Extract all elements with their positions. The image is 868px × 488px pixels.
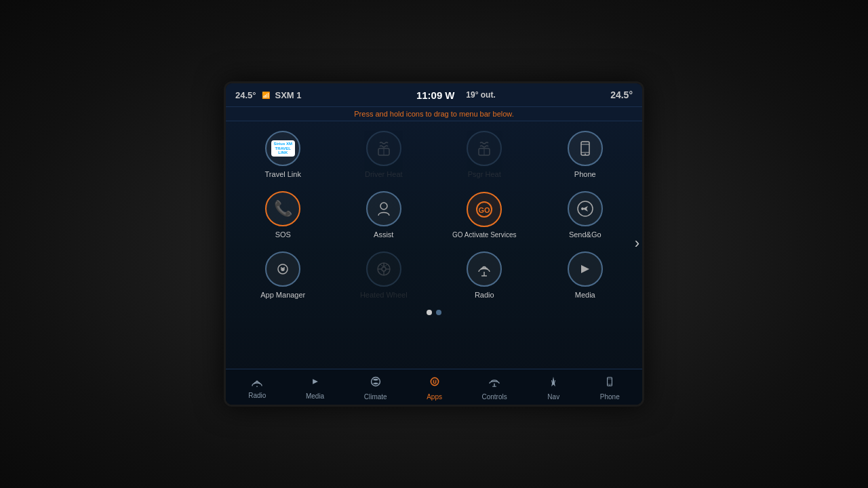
send-go-icon-circle [568,191,603,226]
svg-rect-4 [581,142,589,155]
app-manager-icon-circle: U [265,251,300,287]
assist-icon [374,199,393,218]
nav-radio-label: Radio [248,392,266,399]
svg-point-7 [585,154,586,155]
header-right: 24.5° [610,89,633,100]
controls-nav-icon [488,375,501,392]
phone-nav-icon [604,375,615,392]
go-activate-icon-circle: GO [467,192,502,227]
header-left: 24.5° 📶 SXM 1 [235,90,302,100]
sos-item[interactable]: 📞 SOS [242,187,323,243]
send-go-icon [576,199,595,218]
nav-nav[interactable]: W Nav [541,373,566,402]
radio-icon-circle [467,251,502,287]
grid-row-1: Sirius XM TRAVEL LINK Travel Link [233,127,635,183]
app-manager-icon: U [273,260,292,279]
nav-nav-label: Nav [547,393,559,401]
phone-icon [576,139,595,158]
instruction-bar: Press and hold icons to drag to menu bar… [226,107,642,121]
svg-point-8 [380,203,387,209]
sos-icon-circle: 📞 [265,191,300,226]
next-page-arrow[interactable]: › [635,235,639,252]
header-center: 11:09 W 19° out. [416,89,496,101]
svg-text:U: U [433,380,436,385]
outside-temp: 19° out. [466,90,495,100]
nav-controls[interactable]: Controls [476,373,512,402]
signal-icon: 📶 [262,92,270,99]
svg-point-17 [382,267,386,271]
travel-link-label: Travel Link [265,170,301,179]
app-manager-item[interactable]: U App Manager [242,247,323,304]
svg-point-12 [581,207,584,210]
page-dot-2 [436,310,441,315]
page-dots [233,308,635,317]
nav-climate[interactable]: Climate [359,373,393,402]
time-display: 11:09 [416,89,442,101]
time-suffix: W [445,89,454,101]
radio-station: SXM 1 [275,90,302,100]
nav-climate-label: Climate [364,393,387,401]
go-activate-icon: GO [475,200,494,219]
travel-link-icon: Sirius XM TRAVEL LINK [271,140,295,157]
nav-phone[interactable]: Phone [595,373,625,402]
phone-icon-circle [568,131,603,166]
app-manager-label: App Manager [260,291,305,300]
go-activate-item[interactable]: GO GO Activate Services [443,188,525,243]
nav-apps[interactable]: U Apps [421,373,448,402]
screen-container: 24.5° 📶 SXM 1 11:09 W 19° out. 24.5° Pre… [224,81,644,407]
bottom-nav: Radio Media [226,369,642,405]
psgr-heat-label: Psgr Heat [468,170,501,179]
temp-right: 24.5° [610,89,633,100]
heated-wheel-label: Heated Wheel [360,291,408,300]
phone-item[interactable]: Phone [545,127,626,183]
nav-controls-label: Controls [481,393,507,401]
heated-wheel-item[interactable]: Heated Wheel [343,247,425,304]
grid-row-3: U App Manager [233,247,635,304]
page-dot-1 [427,310,432,315]
nav-phone-label: Phone [600,393,620,401]
travel-link-icon-circle: Sirius XM TRAVEL LINK [265,131,300,166]
nav-radio[interactable]: Radio [243,375,271,401]
svg-rect-32 [608,378,612,386]
heated-wheel-icon-circle [366,251,401,287]
psgr-heat-icon [475,139,494,158]
svg-text:U: U [281,266,285,272]
assist-icon-circle [366,191,401,226]
sos-label: SOS [275,230,291,239]
grid-row-2: 📞 SOS Assist [233,187,635,243]
psgr-heat-item[interactable]: Psgr Heat [443,127,525,183]
radio-nav-icon [250,376,264,390]
nav-media-label: Media [306,392,324,400]
driver-heat-item[interactable]: Driver Heat [343,127,425,183]
travel-link-item[interactable]: Sirius XM TRAVEL LINK Travel Link [242,127,323,183]
media-grid-icon [576,260,595,279]
main-content: Sirius XM TRAVEL LINK Travel Link [226,121,642,369]
svg-point-35 [610,385,610,386]
go-activate-label: GO Activate Services [452,231,516,239]
media-nav-icon [309,375,321,391]
instruction-text: Press and hold icons to drag to menu bar… [354,110,513,118]
svg-point-25 [371,378,380,386]
send-go-label: Send&Go [569,230,601,239]
car-bezel: 24.5° 📶 SXM 1 11:09 W 19° out. 24.5° Pre… [0,0,868,488]
psgr-heat-icon-circle [467,131,502,166]
driver-heat-label: Driver Heat [365,170,403,179]
radio-item[interactable]: Radio [443,247,525,304]
svg-text:GO: GO [479,206,491,214]
media-item[interactable]: Media [545,247,626,304]
sos-icon: 📞 [274,200,292,218]
driver-heat-icon [374,139,393,158]
nav-media[interactable]: Media [300,374,330,401]
apps-nav-icon: U [428,375,441,392]
header-bar: 24.5° 📶 SXM 1 11:09 W 19° out. 24.5° [226,83,642,107]
heated-wheel-icon [374,260,393,279]
radio-grid-label: Radio [475,291,494,300]
climate-nav-icon [369,375,382,392]
svg-text:W: W [551,380,556,384]
radio-grid-icon [475,260,494,279]
screen: 24.5° 📶 SXM 1 11:09 W 19° out. 24.5° Pre… [226,83,642,405]
media-icon-circle [568,251,603,287]
send-go-item[interactable]: Send&Go [545,187,626,243]
assist-item[interactable]: Assist [343,187,425,243]
temp-left: 24.5° [235,90,256,100]
